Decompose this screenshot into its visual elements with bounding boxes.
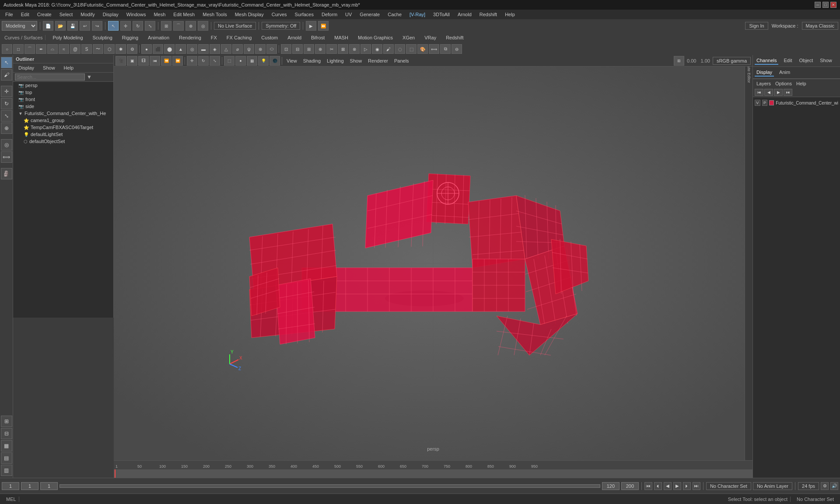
sign-in-btn[interactable]: Sign In [745,22,768,30]
layer-nav-first[interactable]: ⏮ [755,89,763,96]
step-back-btn[interactable]: ⏴ [654,482,662,490]
tab-rendering[interactable]: Rendering [175,34,206,41]
arc-tool[interactable]: ⌓ [47,44,58,54]
paint-btn[interactable]: 🎨 [417,44,428,54]
merge-btn[interactable]: ⊞ [304,44,314,54]
sphere-tool[interactable]: ● [141,44,152,54]
bridge-btn[interactable]: ⊟ [292,44,303,54]
bezier-tool[interactable]: S [81,44,92,54]
tab-animation[interactable]: Animation [144,34,174,41]
frame-range-start-input[interactable] [40,482,58,490]
no-live-surface-indicator[interactable]: No Live Surface [214,22,256,30]
star-tool[interactable]: ✱ [116,44,126,54]
layer-vis-btn[interactable]: V [755,100,760,106]
tab-mash[interactable]: MASH [330,34,353,41]
tab-rigging[interactable]: Rigging [118,34,143,41]
gamma-selector[interactable]: sRGB gamma [713,57,751,65]
vp-grid-btn[interactable]: ⊞ [674,56,684,66]
vp-light-btn[interactable]: 💡 [258,56,269,66]
layout-btn-2[interactable]: ⊟ [1,428,12,439]
menu-select[interactable]: Select [56,11,77,18]
select-mode-btn[interactable]: ↖ [1,57,12,68]
play-start-btn[interactable]: ⏮ [644,482,652,490]
play-back-btn[interactable]: ◀ [664,482,672,490]
fps-indicator[interactable]: 24 fps [798,482,819,490]
select-tool-btn[interactable]: ↖ [108,21,119,31]
end-frame-input[interactable] [602,482,620,490]
menu-surfaces[interactable]: Surfaces [291,11,317,18]
tab-object[interactable]: Object [797,57,815,65]
outliner-menu-display[interactable]: Display [15,64,38,71]
vp-wire-btn[interactable]: ⬚ [224,56,234,66]
vp-film-btn[interactable]: 🎞 [138,56,149,66]
layer-playback-btn[interactable]: P [762,100,768,106]
weld-btn[interactable]: ⊕ [315,44,326,54]
3d-canvas[interactable]: X Y Z persp [114,66,752,460]
tab-custom[interactable]: Custom [257,34,282,41]
outliner-item-default-object-set[interactable]: ⬡ defaultObjectSet [13,138,113,145]
no-anim-layer-indicator[interactable]: No Anim Layer [753,482,792,490]
quick-layout-btn[interactable]: ⊞ [1,416,12,427]
outliner-menu-help[interactable]: Help [60,64,77,71]
tab-bifrost[interactable]: Bifrost [307,34,329,41]
step-fwd-btn[interactable]: ⏵ [683,482,691,490]
scale-tool-side[interactable]: ⤡ [1,110,12,122]
circularize-btn[interactable]: ◉ [372,44,382,54]
outliner-search-input[interactable] [15,74,85,80]
timeline[interactable]: 1 50 100 150 200 250 300 350 400 450 500… [114,460,752,478]
symmetry-indicator[interactable]: Symmetry: Off [262,22,300,30]
layer-help-menu[interactable]: Help [794,80,808,87]
tab-vray[interactable]: VRay [420,34,441,41]
outliner-menu-show[interactable]: Show [39,64,59,71]
outliner-item-futuristic[interactable]: ▼ Futuristic_Command_Center_with_He [13,110,113,117]
outliner-item-side[interactable]: 📷 side [13,103,113,110]
plane-tool[interactable]: ▬ [198,44,209,54]
layout-btn-3[interactable]: ▦ [1,440,12,452]
boolean-btn[interactable]: ⊖ [452,44,462,54]
vp-next-btn[interactable]: ⏩ [172,56,183,66]
mode-selector[interactable]: Modeling Rigging Animation Rendering FX [2,21,37,31]
tab-motion-graphics[interactable]: Motion Graphics [354,34,397,41]
move-tool-btn[interactable]: ✛ [120,21,131,31]
menu-vray[interactable]: [V-Ray] [406,11,429,18]
minimize-button[interactable]: ─ [815,2,821,8]
outliner-item-temp-cam[interactable]: ⭐ TempCamFBXASC046Target [13,124,113,131]
cube-tool[interactable]: ⬛ [153,44,163,54]
outliner-item-front[interactable]: 📷 front [13,96,113,103]
layer-nav-prev[interactable]: ◀ [764,89,773,96]
menu-file[interactable]: File [2,11,17,18]
menu-mesh-display[interactable]: Mesh Display [231,11,267,18]
menu-arnold[interactable]: Arnold [454,11,475,18]
play-end-btn[interactable]: ⏭ [693,482,700,490]
insert-loop-btn[interactable]: ⊠ [338,44,348,54]
menu-generate[interactable]: Generate [356,11,383,18]
torus-tool[interactable]: ◎ [187,44,197,54]
anim-settings-btn[interactable]: ⚙ [821,482,829,490]
snap-view-btn[interactable]: ◎ [198,21,208,31]
range-end-input[interactable] [621,482,639,490]
circle-tool[interactable]: ○ [2,44,12,54]
options-menu[interactable]: Options [774,80,794,87]
vp-camera-btn[interactable]: 🎥 [116,56,126,66]
lattice-btn[interactable]: ⬚ [406,44,416,54]
close-button[interactable]: ✕ [830,2,836,8]
super-ellipse-tool[interactable]: ⬭ [266,44,277,54]
soccer-tool[interactable]: ⊛ [255,44,266,54]
tab-redshift[interactable]: Redshift [441,34,468,41]
timeline-cursor[interactable] [115,469,116,478]
vp-scale-btn[interactable]: ⤡ [210,56,220,66]
snap-point-btn[interactable]: ⊕ [186,21,196,31]
tab-channels[interactable]: Channels [755,57,778,65]
tab-poly-modeling[interactable]: Poly Modeling [48,34,87,41]
vp-prev-btn[interactable]: ⏮ [150,56,160,66]
vp-menu-view[interactable]: View [284,57,300,64]
frame-slider[interactable] [60,484,600,488]
outliner-item-camera-group[interactable]: ⭐ camera1_group [13,117,113,124]
menu-curves[interactable]: Curves [268,11,290,18]
menu-redshift[interactable]: Redshift [476,11,500,18]
rotate-tool-side[interactable]: ↻ [1,98,12,109]
menu-mesh-tools[interactable]: Mesh Tools [199,11,230,18]
cut-btn[interactable]: ✂ [326,44,337,54]
extrude-btn[interactable]: ⊡ [281,44,291,54]
tab-sculpting[interactable]: Sculpting [88,34,117,41]
